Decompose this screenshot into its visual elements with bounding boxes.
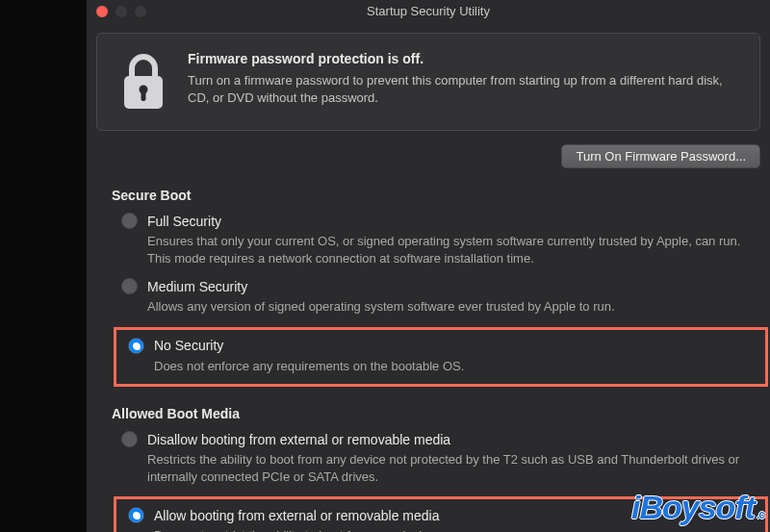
radio-description: Does not enforce any requirements on the…: [154, 358, 754, 375]
watermark-brand: iBoysoft: [631, 489, 755, 525]
radio-label: Allow booting from external or removable…: [154, 508, 439, 523]
firmware-heading: Firmware password protection is off.: [188, 51, 738, 66]
secure-boot-option-none[interactable]: No SecurityDoes not enforce any requirem…: [114, 327, 768, 388]
watermark: iBoysoft.c: [631, 489, 764, 526]
secure-boot-option-medium[interactable]: Medium SecurityAllows any version of sig…: [121, 278, 760, 316]
radio-row: Disallow booting from external or remova…: [121, 431, 741, 447]
secure-boot-group: Full SecurityEnsures that only your curr…: [96, 213, 760, 387]
radio-label: No Security: [154, 338, 223, 353]
radio-icon[interactable]: [128, 338, 144, 354]
lock-icon: [118, 53, 168, 113]
secure-boot-heading: Secure Boot: [112, 188, 760, 203]
radio-row: No Security: [128, 338, 754, 354]
radio-label: Medium Security: [147, 279, 247, 294]
radio-description: Restricts the ability to boot from any d…: [147, 451, 741, 485]
firmware-panel: Firmware password protection is off. Tur…: [96, 33, 760, 131]
close-icon[interactable]: [96, 6, 108, 17]
secure-boot-option-full[interactable]: Full SecurityEnsures that only your curr…: [121, 213, 760, 266]
window-title: Startup Security Utility: [367, 4, 490, 18]
radio-row: Full Security: [121, 213, 741, 229]
radio-icon[interactable]: [128, 507, 144, 523]
radio-icon[interactable]: [121, 278, 138, 294]
zoom-icon: [135, 6, 146, 17]
svg-rect-2: [141, 91, 146, 101]
minimize-icon: [116, 6, 127, 17]
radio-row: Medium Security: [121, 278, 741, 294]
radio-label: Full Security: [147, 214, 221, 229]
radio-description: Ensures that only your current OS, or si…: [147, 233, 741, 266]
radio-description: Does not restrict the ability to boot fr…: [154, 527, 754, 532]
firmware-button-row: Turn On Firmware Password...: [96, 144, 760, 168]
allowed-boot-media-heading: Allowed Boot Media: [112, 406, 760, 421]
watermark-suffix: .c: [757, 508, 764, 521]
radio-description: Allows any version of signed operating s…: [147, 298, 741, 316]
firmware-body: Turn on a firmware password to prevent t…: [188, 72, 738, 106]
titlebar: Startup Security Utility: [87, 0, 770, 23]
radio-icon[interactable]: [121, 431, 138, 447]
content-area: Firmware password protection is off. Tur…: [87, 23, 770, 532]
window-controls: [96, 6, 146, 17]
firmware-text: Firmware password protection is off. Tur…: [188, 51, 738, 106]
radio-icon[interactable]: [121, 213, 138, 229]
radio-label: Disallow booting from external or remova…: [147, 432, 450, 447]
boot-media-option-disallow[interactable]: Disallow booting from external or remova…: [121, 431, 760, 485]
window: Startup Security Utility Firmware passwo…: [87, 0, 770, 532]
turn-on-firmware-password-button[interactable]: Turn On Firmware Password...: [561, 144, 760, 168]
